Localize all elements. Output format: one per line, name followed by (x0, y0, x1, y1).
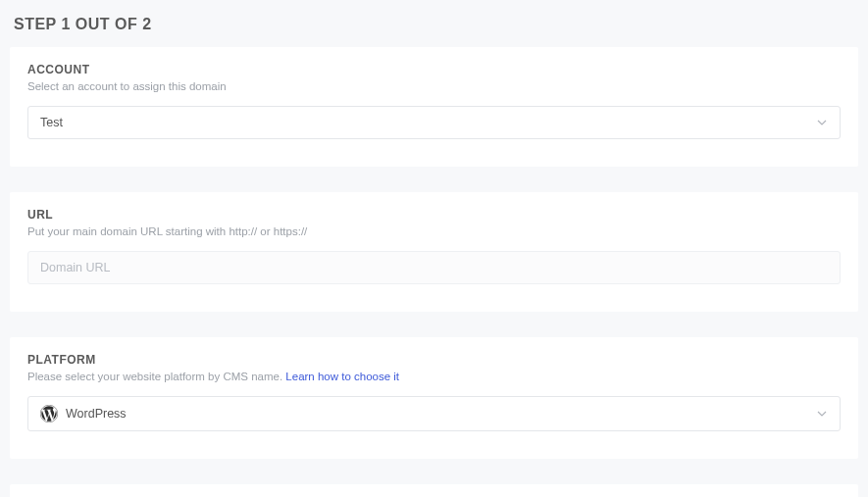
platform-title: PLATFORM (27, 353, 841, 367)
learn-link[interactable]: Learn how to choose it (285, 371, 399, 382)
url-section: URL Put your main domain URL starting wi… (10, 192, 858, 312)
platform-select[interactable]: WordPress (27, 396, 841, 431)
step-title: STEP 1 OUT OF 2 (10, 10, 858, 47)
url-input[interactable] (27, 251, 841, 284)
wordpress-icon (40, 405, 58, 422)
platform-subtitle: Please select your website platform by C… (27, 371, 841, 382)
platform-select-value: WordPress (66, 407, 816, 421)
account-subtitle: Select an account to assign this domain (27, 80, 841, 92)
platform-subtitle-text: Please select your website platform by C… (27, 371, 285, 382)
account-title: ACCOUNT (27, 63, 841, 76)
chevron-down-icon (816, 117, 828, 128)
account-select[interactable]: Test (27, 106, 841, 139)
account-select-value: Test (40, 116, 816, 129)
url-title: URL (27, 208, 841, 222)
language-section: LANGUAGE Select the base language of you… (10, 484, 858, 497)
account-section: ACCOUNT Select an account to assign this… (10, 47, 858, 167)
url-subtitle: Put your main domain URL starting with h… (27, 225, 841, 237)
platform-section: PLATFORM Please select your website plat… (10, 337, 858, 459)
chevron-down-icon (816, 408, 828, 420)
